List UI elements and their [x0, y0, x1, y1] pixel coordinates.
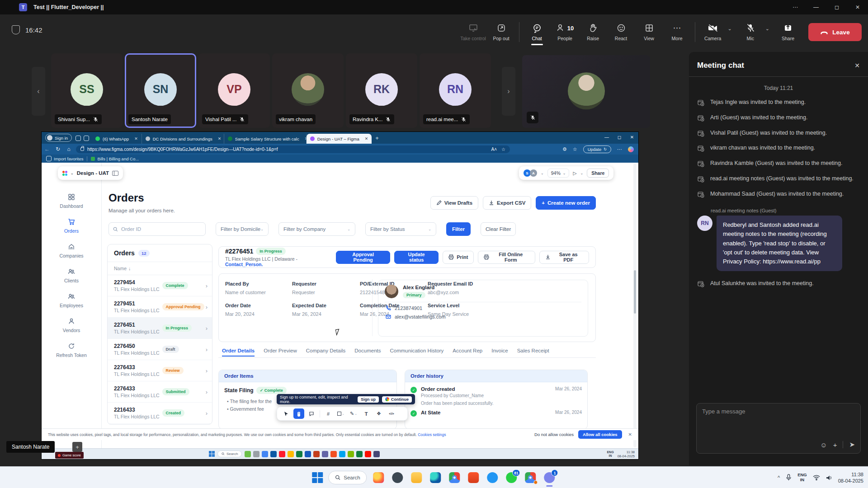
emoji-icon[interactable]: ☺	[820, 441, 827, 449]
browser-update-button[interactable]: Update ↻	[583, 145, 611, 153]
taskbar-icon-chrome[interactable]	[448, 471, 461, 484]
shared-taskbar-icon[interactable]	[296, 451, 302, 457]
vertical-tabs-icon[interactable]	[84, 136, 89, 141]
minimize-button[interactable]: —	[806, 0, 826, 14]
shared-taskbar-icon[interactable]	[365, 451, 371, 457]
tab-invoice[interactable]: Invoice	[491, 348, 508, 357]
scrollbar-thumb[interactable]	[634, 270, 636, 314]
bills-bookmark[interactable]: Bills | Billing and Co...	[91, 156, 139, 161]
chat-close-icon[interactable]: ✕	[854, 62, 860, 69]
tab-account-rep[interactable]: Account Rep	[453, 348, 482, 357]
shared-taskbar-icon[interactable]	[288, 451, 294, 457]
frame-tool-icon[interactable]: #	[323, 408, 334, 419]
shared-taskbar-icon[interactable]	[305, 451, 311, 457]
comment-tool-icon[interactable]	[306, 408, 317, 419]
browser-tab[interactable]: Sample Salary Structure with calc ✕	[224, 134, 307, 144]
order-row[interactable]: 2276451TL Flex Holdings LLC In Progress …	[108, 318, 212, 339]
tab-close-icon[interactable]: ✕	[302, 136, 307, 141]
spotlight-tile[interactable]	[522, 55, 650, 128]
chat-compose-box[interactable]: ☺ + ➤	[696, 403, 861, 454]
shape-tool-icon[interactable]: ⌄	[335, 408, 346, 419]
create-new-order-button[interactable]: + Create new order	[536, 196, 596, 210]
attach-plus-icon[interactable]: +	[833, 441, 837, 449]
participant-tile[interactable]: RN read.ai mee...	[420, 53, 491, 128]
cookie-close-icon[interactable]: ✕	[628, 432, 632, 437]
shared-taskbar-icon[interactable]	[339, 451, 345, 457]
collaborator-avatar[interactable]: A	[530, 169, 537, 177]
name-column-header[interactable]: Name	[114, 266, 127, 271]
share-button[interactable]: Share	[774, 23, 802, 41]
shared-taskbar-icon[interactable]	[313, 451, 320, 457]
view-drafts-button[interactable]: View Drafts	[430, 196, 478, 210]
taskbar-icon-blue-app[interactable]	[486, 471, 499, 484]
tiles-scroll-left[interactable]: ‹	[32, 67, 45, 116]
order-row[interactable]: 2279451TL Flex Holdings LLC Approval Pen…	[108, 296, 212, 318]
favorite-star-icon[interactable]: ☆	[501, 147, 505, 152]
collab-chevron[interactable]: ⌄	[541, 171, 544, 175]
browser-tab[interactable]: (6) WhatsApp ✕	[92, 134, 142, 144]
order-row[interactable]: 2276433TL Flex Holdings LLC Submitted ›	[108, 381, 212, 403]
google-continue-button[interactable]: Continue	[382, 396, 412, 403]
mic-options-chevron[interactable]: ⌄	[765, 26, 769, 32]
wifi-icon[interactable]	[813, 475, 820, 480]
hand-tool-icon[interactable]	[293, 408, 304, 419]
browser-menu-icon[interactable]: ⋯	[617, 146, 622, 152]
order-row[interactable]: 2276433TL Flex Holdings LLC Review ›	[108, 360, 212, 381]
figma-share-button[interactable]: Share	[587, 169, 609, 178]
shared-language-indicator[interactable]: ENGIN	[607, 450, 613, 457]
camera-options-chevron[interactable]: ⌄	[728, 26, 732, 32]
tab-communication-history[interactable]: Communication History	[390, 348, 443, 357]
taskbar-icon-file-explorer[interactable]	[410, 471, 423, 484]
taskbar-icon-firefox[interactable]	[373, 471, 385, 484]
present-icon[interactable]: ▷	[573, 170, 576, 176]
deny-cookies-button[interactable]: Do not allow cookies	[534, 432, 574, 437]
shared-taskbar-icon[interactable]	[262, 451, 268, 457]
pen-tool-icon[interactable]: ✎⌄	[348, 408, 359, 419]
send-icon[interactable]: ➤	[849, 441, 855, 449]
close-button[interactable]: ✕	[847, 0, 868, 14]
taskbar-icon-dark-app[interactable]	[392, 471, 404, 484]
figma-logo-icon[interactable]	[62, 171, 67, 176]
order-row[interactable]: 2279454TL Flex Holdings LLC Complete ›	[108, 275, 212, 296]
taskbar-clock[interactable]: 11:3808-04-2025	[838, 471, 863, 484]
shared-taskbar-icon[interactable]	[330, 451, 337, 457]
shared-clock[interactable]: 11:3808-04-2025	[618, 450, 635, 458]
browser-tab[interactable]: DC Divisions and Surroundings ✕	[142, 134, 224, 144]
participant-tile[interactable]: SS Shivani Sup...	[51, 53, 123, 128]
shared-taskbar-icon[interactable]	[270, 451, 277, 457]
camera-button[interactable]: Camera	[699, 23, 727, 41]
copilot-icon[interactable]	[628, 146, 634, 152]
cursor-tool-icon[interactable]	[281, 408, 292, 419]
allow-cookies-button[interactable]: Allow all cookies	[578, 430, 622, 439]
filter-button[interactable]: Filter	[446, 222, 471, 236]
back-icon[interactable]: ←	[42, 146, 52, 152]
shared-search-box[interactable]: Search	[217, 450, 242, 457]
tray-mic-icon[interactable]	[786, 474, 792, 481]
shared-start-button[interactable]	[209, 451, 215, 457]
filter-select[interactable]: Filter by Domicile⌄	[216, 222, 269, 236]
titlebar-more-icon[interactable]: ⋯	[785, 0, 806, 14]
layers-panel-icon[interactable]	[112, 171, 118, 176]
save-as-pdf-button[interactable]: Save as PDF	[539, 251, 589, 264]
mic-button[interactable]: Mic	[736, 23, 764, 41]
game-score-overlay[interactable]: Game score	[55, 452, 84, 459]
participant-tile[interactable]: VP Vishal Patil ...	[198, 53, 270, 128]
volume-icon[interactable]	[826, 475, 832, 481]
sidebar-item-refresh-token[interactable]: Refresh Token	[49, 340, 94, 361]
taskbar-icon-brave[interactable]	[467, 471, 480, 484]
extensions-icon[interactable]: ⚙	[562, 146, 567, 152]
order-id-search[interactable]: Order ID	[108, 222, 206, 236]
fill-online-form-button[interactable]: Fill Online Form	[478, 251, 535, 264]
clear-filter-button[interactable]: Clear Filter	[481, 222, 516, 236]
present-chevron[interactable]: ⌄	[580, 171, 584, 175]
text-tool-icon[interactable]: T	[361, 408, 372, 419]
filter-select[interactable]: Filter by Status⌄	[365, 222, 436, 236]
react-button[interactable]: React	[607, 23, 635, 41]
tab-close-icon[interactable]: ✕	[362, 136, 368, 141]
workspaces-icon[interactable]	[75, 136, 81, 141]
sort-icon[interactable]: ↓	[128, 266, 131, 271]
print-button[interactable]: Print	[443, 251, 474, 264]
tab-order-preview[interactable]: Order Preview	[264, 348, 297, 357]
tab-order-details[interactable]: Order Details	[222, 348, 255, 357]
approval-pending-button[interactable]: Approval Pending	[336, 251, 390, 264]
